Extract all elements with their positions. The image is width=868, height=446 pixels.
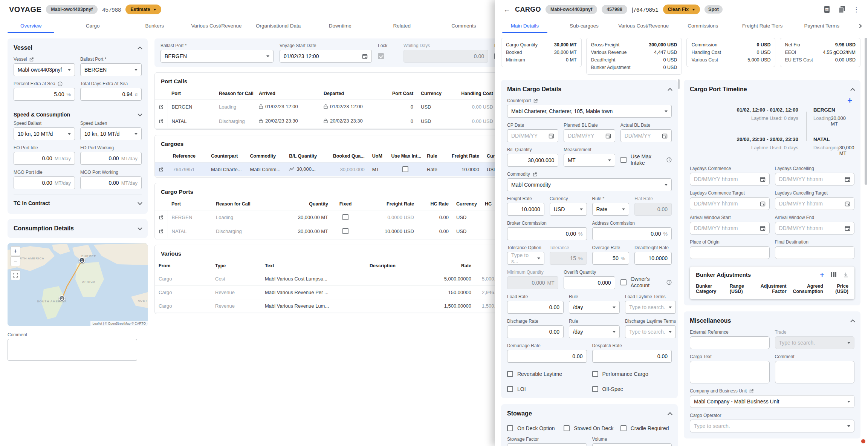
map-zoom-in-button[interactable]: +	[11, 246, 20, 256]
tab-comments[interactable]: Comments	[433, 19, 495, 33]
lock-open-icon[interactable]	[324, 118, 328, 123]
open-row-icon[interactable]	[159, 104, 164, 109]
various-row[interactable]: Cargo Revenue Mabl Various Revenue Lum..…	[155, 299, 495, 313]
fo-port-idle-input[interactable]: 0.00MT/day	[14, 152, 75, 165]
open-row-icon[interactable]	[159, 229, 164, 234]
notification-dot[interactable]	[861, 439, 865, 443]
external-reference-input[interactable]	[690, 336, 770, 349]
tab-cargo[interactable]: Cargo	[62, 19, 124, 33]
cargo-row-selected[interactable]: 76479851 Mabl Charte... Mabl Comm... 30,…	[155, 162, 495, 176]
collapse-icon[interactable]	[668, 88, 672, 93]
performance-cargo-checkbox[interactable]	[592, 371, 598, 377]
stowage-factor-input[interactable]: 0.500CBM/MT	[507, 443, 587, 446]
measurement-select[interactable]: MT	[564, 154, 615, 167]
address-commission-input[interactable]: 0.00%	[592, 227, 672, 240]
final-destination-input[interactable]	[775, 246, 855, 259]
fo-port-working-input[interactable]: 0.00MT/day	[80, 152, 142, 165]
planned-bl-date-input[interactable]: DD/MM/YY	[564, 129, 615, 142]
laydays-cancelling-input[interactable]: DD/MM/YY hh:mm	[775, 173, 855, 185]
on-deck-option-checkbox[interactable]	[507, 425, 513, 431]
add-bunker-adjustment-button[interactable]: +	[820, 271, 824, 278]
calendar-icon[interactable]	[845, 225, 850, 231]
kebab-menu-icon[interactable]: ⋮	[853, 6, 860, 13]
external-link-icon[interactable]	[533, 98, 538, 103]
download-icon[interactable]	[843, 272, 848, 277]
tab-overview[interactable]: Overview	[0, 19, 62, 33]
cp-date-input[interactable]: DD/MM/YY	[507, 129, 558, 142]
tab-related[interactable]: Related	[371, 19, 433, 33]
broker-commission-input[interactable]: 0.00%	[507, 227, 587, 240]
place-of-origin-input[interactable]	[690, 246, 770, 259]
voyage-start-date-input[interactable]: 01/02/23 12:00	[280, 50, 372, 63]
rule-select[interactable]: Rate	[592, 203, 630, 216]
tab-downtime[interactable]: Downtime	[309, 19, 371, 33]
add-timeline-entry-button[interactable]: +	[847, 97, 852, 105]
external-link-icon[interactable]	[532, 172, 537, 177]
tab-bunkers[interactable]: Bunkers	[124, 19, 185, 33]
use-max-intake-checkbox[interactable]	[402, 166, 408, 172]
voyage-comment-input[interactable]	[8, 339, 137, 361]
lock-open-icon[interactable]	[259, 104, 263, 109]
map-marker-2[interactable]: 2	[59, 295, 65, 302]
voyage-map[interactable]: NORTH AMERICA EUROPE AFRICA SOUTH AMERIC…	[8, 243, 148, 326]
external-link-icon[interactable]	[749, 389, 754, 394]
bl-quantity-input[interactable]: 30,000.000	[507, 154, 558, 167]
tab-freight-rate-tiers[interactable]: Freight Rate Tiers	[733, 19, 792, 33]
load-rate-input[interactable]: 0.00	[507, 301, 564, 314]
expand-icon[interactable]	[138, 200, 142, 205]
commodity-select[interactable]: Mabl Commodity	[507, 178, 672, 191]
cargo-text-input[interactable]	[690, 361, 770, 383]
overlift-quantity-input[interactable]: 0.000	[564, 276, 615, 289]
port-call-row[interactable]: BERGEN Loading 01/02/23 12:00 01/02/23 1…	[155, 100, 495, 114]
total-days-input[interactable]: 0.94d	[80, 88, 142, 101]
despatch-rate-input[interactable]: 0.00	[592, 350, 672, 363]
speed-ballast-select[interactable]: 10 kn, 10 MT/d	[14, 127, 75, 140]
timeline-entry[interactable]: 01/02, 12:00 - 01/02, 12:00 Laytime Used…	[690, 107, 854, 127]
column-resize-handle[interactable]	[678, 79, 680, 89]
tab-various-cost-revenue[interactable]: Various Cost/Revenue	[614, 19, 673, 33]
info-icon[interactable]	[666, 280, 672, 285]
map-zoom-out-button[interactable]: −	[11, 256, 20, 266]
collapse-icon[interactable]	[138, 46, 142, 51]
lock-checkbox[interactable]	[378, 53, 384, 59]
discharge-rule-select[interactable]: /day	[569, 325, 620, 338]
loi-checkbox[interactable]	[507, 386, 513, 392]
back-button[interactable]: ←	[503, 6, 510, 13]
calendar-icon[interactable]	[760, 201, 766, 207]
comment-input[interactable]	[775, 361, 855, 383]
collapse-icon[interactable]	[850, 319, 855, 324]
volume-input[interactable]: 15,000.000CBM	[592, 443, 672, 446]
info-icon[interactable]	[666, 157, 672, 162]
counterpart-select[interactable]: Mabl Charterer, Charterer, 105, Mable to…	[507, 105, 672, 118]
ballast-port-select[interactable]: BERGEN	[80, 63, 142, 76]
fixed-checkbox[interactable]	[342, 228, 348, 234]
tab-main-details[interactable]: Main Details	[495, 19, 555, 33]
tab-payment-terms[interactable]: Payment Terms	[792, 19, 851, 33]
calendar-icon[interactable]	[760, 176, 766, 182]
timeline-entry[interactable]: 20/02, 23:30 - 20/02, 23:30 Laytime Used…	[690, 136, 854, 156]
mgo-port-idle-input[interactable]: 0.00MT/day	[14, 176, 75, 189]
tab-sub-cargoes[interactable]: Sub-cargoes	[555, 19, 614, 33]
estimate-button[interactable]: Estimate	[125, 5, 161, 14]
reversible-laytime-checkbox[interactable]	[507, 371, 513, 377]
laydays-commence-target-input[interactable]: DD/MM/YY hh:mm	[690, 197, 770, 210]
tabs-overflow-chevron[interactable]	[851, 19, 868, 33]
stowed-on-deck-checkbox[interactable]	[564, 425, 570, 431]
deadfreight-rate-input[interactable]: 10.0000	[634, 252, 672, 265]
off-spec-checkbox[interactable]	[592, 386, 598, 392]
cargo-port-row[interactable]: BERGEN Loading 30,000.00 MT 0.0000 USD 0…	[155, 210, 495, 224]
open-row-icon[interactable]	[159, 119, 164, 124]
export-pdf-icon[interactable]: PDF	[823, 6, 831, 13]
load-rule-select[interactable]: /day	[569, 301, 620, 314]
calendar-icon[interactable]	[662, 133, 668, 139]
tab-various-cost-revenue[interactable]: Various Cost/Revenue	[185, 19, 247, 33]
use-max-intake-checkbox[interactable]	[620, 157, 627, 163]
columns-icon[interactable]	[831, 272, 837, 277]
arrival-window-end-input[interactable]: DD/MM/YY hh:mm	[775, 222, 855, 234]
lock-open-icon[interactable]	[259, 118, 263, 123]
speed-laden-select[interactable]: 10 kn, 10 MT/d	[80, 127, 142, 140]
various-row[interactable]: Cargo Cost Mabl Various Cost Lumpsu... 5…	[155, 272, 495, 286]
tab-organisational-data[interactable]: Organisational Data	[248, 19, 309, 33]
mgo-port-working-input[interactable]: 0.00MT/day	[80, 176, 142, 189]
laydays-commence-input[interactable]: DD/MM/YY hh:mm	[690, 173, 770, 185]
